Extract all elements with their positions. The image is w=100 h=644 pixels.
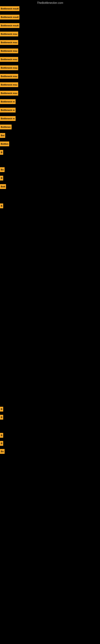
rows-container: Bottleneck resultBottleneck resultBottle… <box>0 6 100 640</box>
bottleneck-badge: Bottleneck resu <box>0 57 18 62</box>
list-item: B <box>0 149 3 155</box>
list-item: Bottleneck result <box>0 6 19 12</box>
bottleneck-badge: Bottleneck re <box>0 99 16 104</box>
bottleneck-badge: B <box>0 415 3 420</box>
list-item: Bottleneck resu <box>0 65 18 71</box>
bottleneck-badge: Bottleneck resu <box>0 40 18 45</box>
list-item: Bot <box>0 132 5 138</box>
bottleneck-badge: Bottleneck re <box>0 116 16 121</box>
list-item: Bottleneck resu <box>0 31 18 37</box>
list-item: B <box>0 432 3 438</box>
list-item: Bottleneck resu <box>0 90 18 96</box>
list-item: Bottleneck resu <box>0 40 18 46</box>
bottleneck-badge: Bo <box>0 167 4 172</box>
list-item: Bottleneck re <box>0 98 16 105</box>
list-item: B <box>0 175 3 181</box>
list-item: Bo <box>0 167 4 173</box>
list-item: Bottlenec <box>0 124 12 130</box>
bottleneck-badge: Bo <box>0 449 4 454</box>
bottleneck-badge: Bottleneck result <box>0 23 19 28</box>
bottleneck-badge: Bot <box>0 133 5 138</box>
list-item: Bottleneck re <box>0 116 16 122</box>
site-title: TheBottlenecker.com <box>0 0 100 6</box>
bottleneck-badge: Bottleneck resu <box>0 32 18 36</box>
list-item: B <box>0 203 3 209</box>
list-item: B <box>0 440 3 446</box>
list-item: B <box>0 414 3 420</box>
list-item: Bottleneck resu <box>0 48 18 54</box>
bottleneck-badge: Bottlenec <box>0 124 12 130</box>
list-item: Bottleneck resu <box>0 73 18 79</box>
list-item: Bottleneck result <box>0 14 19 20</box>
bottleneck-badge: B <box>0 150 3 155</box>
list-item: Bottleneck re <box>0 107 16 113</box>
bottleneck-badge: Bottleneck resu <box>0 91 18 96</box>
bottleneck-badge: Bottlen <box>0 142 9 146</box>
bottleneck-badge: B <box>0 441 3 446</box>
bottleneck-badge: B <box>0 176 3 180</box>
bottleneck-badge: Bottleneck resu <box>0 74 18 79</box>
bottleneck-badge: Bottleneck result <box>0 15 19 20</box>
bottleneck-badge: Bottleneck resu <box>0 66 18 70</box>
list-item: Bott <box>0 184 6 190</box>
list-item: Bo <box>0 448 4 454</box>
bottleneck-badge: Bottleneck resu <box>0 82 18 87</box>
list-item: B <box>0 406 3 412</box>
bottleneck-badge: Bottleneck resu <box>0 48 18 53</box>
bottleneck-badge: B <box>0 433 3 438</box>
bottleneck-badge: Bottleneck re <box>0 108 16 112</box>
list-item: Bottleneck result <box>0 22 19 28</box>
bottleneck-badge: Bottleneck result <box>0 6 19 11</box>
bottleneck-badge: B <box>0 407 3 412</box>
list-item: Bottleneck resu <box>0 56 18 62</box>
bottleneck-badge: Bott <box>0 184 6 189</box>
list-item: Bottlen <box>0 141 9 147</box>
list-item: Bottleneck resu <box>0 82 18 88</box>
bottleneck-badge: B <box>0 204 3 208</box>
